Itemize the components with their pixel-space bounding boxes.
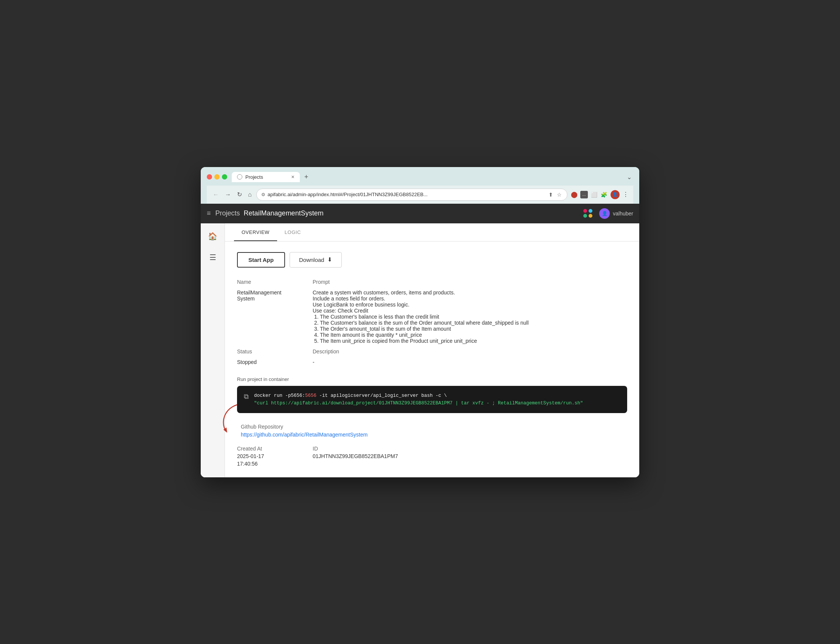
tab-favicon-icon — [237, 174, 242, 179]
name-line2: System — [237, 296, 255, 302]
status-label: Status — [237, 348, 312, 355]
ext-icon-2: … — [580, 191, 588, 199]
header-right: 👤 valhuber — [583, 208, 633, 219]
app-body: 🏠 ☰ OVERVIEW LOGIC Start App Download ⬇ — [201, 223, 639, 477]
browser-controls: ← → ↻ ⌂ ⚙ apifabric.ai/admin-app/index.h… — [207, 186, 633, 204]
status-value: Stopped — [237, 358, 312, 366]
titlebar: Projects ✕ + ⌄ — [207, 172, 633, 182]
slack-dot-3 — [583, 214, 587, 218]
id-value: 01JHTNN3Z99JEGB8522EBA1PM7 — [312, 453, 627, 459]
address-actions: ⬆ ☆ — [548, 191, 562, 199]
id-label: ID — [312, 445, 627, 452]
prompt-line-6: 2. The Customer's balance is the sum of … — [312, 320, 627, 326]
github-section: Github Repository https://github.com/api… — [237, 424, 627, 438]
ext-icon-3: ⬜ — [590, 191, 598, 199]
address-bar[interactable]: ⚙ apifabric.ai/admin-app/index.html#/Pro… — [256, 189, 567, 201]
sidebar: 🏠 ☰ — [201, 223, 225, 477]
slack-dot-1 — [583, 209, 587, 213]
project-name-header: RetailManagementSystem — [244, 209, 324, 217]
prompt-line-8: 4. The Item amount is the quantity * uni… — [312, 332, 627, 338]
app-title: Projects RetailManagementSystem — [215, 209, 324, 217]
prompt-label: Prompt — [312, 278, 627, 286]
share-button[interactable]: ⬆ — [548, 191, 554, 199]
red-arrow — [218, 401, 245, 435]
main-content: Start App Download ⬇ Name Prompt RetailM… — [225, 242, 639, 477]
prompt-value: Create a system with customers, orders, … — [312, 289, 627, 345]
prompt-line-1: Create a system with customers, orders, … — [312, 289, 627, 296]
tab-label: Projects — [245, 174, 263, 180]
name-label: Name — [237, 278, 312, 286]
breadcrumb-projects: Projects — [215, 209, 240, 217]
code-line-2: "curl https://apifabric.ai/download_proj… — [254, 399, 583, 407]
name-line1: RetailManagement — [237, 289, 282, 296]
download-icon: ⬇ — [327, 256, 332, 263]
content-area: OVERVIEW LOGIC Start App Download ⬇ Name… — [225, 223, 639, 477]
address-security-icon: ⚙ — [261, 192, 265, 197]
copy-icon[interactable]: ⧉ — [244, 393, 249, 401]
prompt-line-4: Use case: Check Credit — [312, 308, 627, 314]
extension-icons: ⬤ … ⬜ 🧩 — [570, 191, 608, 199]
name-value: RetailManagement System — [237, 289, 312, 345]
created-at-date: 2025-01-17 — [237, 453, 312, 459]
back-button[interactable]: ← — [211, 191, 220, 199]
browser-tab-projects[interactable]: Projects ✕ — [232, 172, 300, 182]
app-header: ≡ Projects RetailManagementSystem 👤 valh… — [201, 204, 639, 223]
slack-dot-4 — [588, 214, 592, 218]
sidebar-item-list[interactable]: ☰ — [206, 251, 220, 264]
user-avatar: 👤 — [599, 208, 610, 219]
github-repo-label: Github Repository — [241, 424, 627, 430]
address-text: apifabric.ai/admin-app/index.html#/Proje… — [268, 192, 546, 197]
browser-chrome: Projects ✕ + ⌄ ← → ↻ ⌂ ⚙ apifabric.ai/ad… — [201, 167, 639, 204]
new-tab-button[interactable]: + — [301, 172, 312, 182]
prompt-line-2: Include a notes field for orders. — [312, 296, 627, 302]
slack-dot-2 — [588, 209, 592, 213]
ext-icon-4: 🧩 — [600, 191, 608, 199]
action-buttons: Start App Download ⬇ — [237, 252, 627, 268]
sidebar-item-home[interactable]: 🏠 — [206, 229, 220, 243]
user-info: 👤 valhuber — [599, 208, 633, 219]
browser-window: Projects ✕ + ⌄ ← → ↻ ⌂ ⚙ apifabric.ai/ad… — [201, 167, 639, 477]
created-at-time: 17:40:56 — [237, 461, 312, 467]
start-app-button[interactable]: Start App — [237, 252, 285, 268]
tab-overview[interactable]: OVERVIEW — [234, 223, 277, 241]
created-at-label: Created At — [237, 445, 312, 452]
user-name: valhuber — [613, 210, 633, 217]
download-label: Download — [299, 256, 324, 263]
code-block: ⧉ docker run -p5656:5656 -it apilogicser… — [237, 386, 627, 413]
tabs-bar: OVERVIEW LOGIC — [225, 223, 639, 242]
expand-button[interactable]: ⌄ — [625, 173, 633, 181]
bookmark-button[interactable]: ☆ — [556, 191, 562, 199]
project-info-grid: Name Prompt RetailManagement System Crea… — [237, 278, 627, 366]
description-value: - — [312, 358, 627, 366]
download-button[interactable]: Download ⬇ — [289, 252, 342, 268]
prompt-line-5: 1. The Customer's balance is less than t… — [312, 314, 627, 320]
menu-dots-button[interactable]: ⋮ — [623, 191, 629, 198]
forward-button[interactable]: → — [224, 191, 232, 199]
prompt-line-7: 3. The Order's amount_total is the sum o… — [312, 326, 627, 332]
ext-icon-1: ⬤ — [570, 191, 578, 199]
home-button[interactable]: ⌂ — [247, 191, 253, 199]
tab-bar: Projects ✕ + — [232, 172, 621, 182]
code-line-1: docker run -p5656:5656 -it apilogicserve… — [254, 392, 583, 399]
meta-grid: Created At ID 2025-01-17 01JHTNN3Z99JEGB… — [237, 445, 627, 467]
code-text: docker run -p5656:5656 -it apilogicserve… — [254, 392, 583, 407]
close-button[interactable] — [207, 174, 212, 179]
profile-icon[interactable]: 👤 — [610, 190, 620, 199]
github-repo-link[interactable]: https://github.com/apifabric/RetailManag… — [241, 432, 367, 438]
tab-close-icon[interactable]: ✕ — [291, 174, 294, 179]
minimize-button[interactable] — [214, 174, 220, 179]
description-label: Description — [312, 348, 627, 355]
maximize-button[interactable] — [222, 174, 227, 179]
traffic-lights — [207, 174, 227, 179]
prompt-line-9: 5. The Item unit_price is copied from th… — [312, 338, 627, 344]
slack-icon[interactable] — [583, 208, 593, 219]
tab-logic[interactable]: LOGIC — [277, 223, 309, 241]
run-container-label: Run project in container — [237, 376, 627, 382]
hamburger-menu-icon[interactable]: ≡ — [207, 209, 211, 217]
reload-button[interactable]: ↻ — [235, 190, 243, 199]
code-highlight-port: 5656 — [305, 393, 316, 398]
prompt-line-3: Use LogicBank to enforce business logic. — [312, 302, 627, 308]
